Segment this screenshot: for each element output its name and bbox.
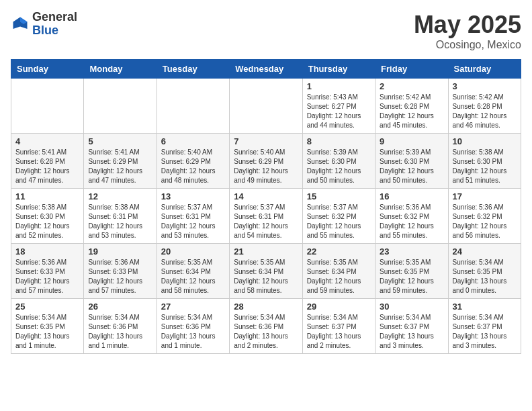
day-number: 4: [15, 136, 79, 146]
day-number: 26: [88, 302, 152, 312]
calendar-header: SundayMondayTuesdayWednesdayThursdayFrid…: [11, 60, 521, 79]
day-number: 20: [161, 246, 225, 257]
calendar-cell: 25Sunrise: 5:34 AM Sunset: 6:35 PM Dayli…: [11, 299, 84, 354]
day-info: Sunrise: 5:34 AM Sunset: 6:36 PM Dayligh…: [161, 313, 225, 351]
day-info: Sunrise: 5:42 AM Sunset: 6:28 PM Dayligh…: [453, 93, 517, 130]
day-info: Sunrise: 5:41 AM Sunset: 6:29 PM Dayligh…: [88, 148, 152, 185]
day-info: Sunrise: 5:34 AM Sunset: 6:35 PM Dayligh…: [453, 258, 517, 295]
calendar-table: SundayMondayTuesdayWednesdayThursdayFrid…: [11, 59, 521, 354]
day-number: 24: [453, 246, 517, 257]
calendar-cell: 15Sunrise: 5:37 AM Sunset: 6:32 PM Dayli…: [302, 189, 375, 244]
weekday-header-wednesday: Wednesday: [230, 60, 302, 79]
calendar-week-5: 25Sunrise: 5:34 AM Sunset: 6:35 PM Dayli…: [11, 299, 521, 354]
day-number: 1: [307, 81, 371, 91]
day-info: Sunrise: 5:39 AM Sunset: 6:30 PM Dayligh…: [307, 148, 371, 185]
day-number: 6: [161, 136, 225, 146]
logo-blue-text: Blue: [32, 24, 77, 38]
day-info: Sunrise: 5:34 AM Sunset: 6:36 PM Dayligh…: [88, 313, 152, 351]
calendar-cell: 2Sunrise: 5:42 AM Sunset: 6:28 PM Daylig…: [375, 79, 448, 134]
calendar-cell: 3Sunrise: 5:42 AM Sunset: 6:28 PM Daylig…: [448, 79, 521, 134]
calendar-cell: 8Sunrise: 5:39 AM Sunset: 6:30 PM Daylig…: [302, 134, 375, 189]
day-number: 12: [88, 191, 152, 201]
weekday-header-sunday: Sunday: [11, 60, 84, 79]
title-area: May 2025 Ocosingo, Mexico: [414, 11, 521, 51]
weekday-header-friday: Friday: [375, 60, 448, 79]
day-number: 7: [234, 136, 298, 146]
day-number: 30: [380, 302, 443, 312]
calendar-cell: 6Sunrise: 5:40 AM Sunset: 6:29 PM Daylig…: [157, 134, 229, 189]
day-number: 13: [161, 191, 225, 201]
weekday-row: SundayMondayTuesdayWednesdayThursdayFrid…: [11, 60, 521, 79]
day-number: 25: [15, 302, 79, 312]
day-number: 23: [380, 246, 443, 257]
day-info: Sunrise: 5:39 AM Sunset: 6:30 PM Dayligh…: [380, 148, 443, 185]
weekday-header-monday: Monday: [84, 60, 157, 79]
day-info: Sunrise: 5:38 AM Sunset: 6:30 PM Dayligh…: [15, 203, 79, 240]
day-info: Sunrise: 5:34 AM Sunset: 6:36 PM Dayligh…: [234, 313, 298, 351]
logo: General Blue: [11, 11, 77, 38]
day-number: 9: [380, 136, 443, 146]
day-number: 27: [161, 302, 225, 312]
calendar-cell: 11Sunrise: 5:38 AM Sunset: 6:30 PM Dayli…: [11, 189, 84, 244]
day-info: Sunrise: 5:35 AM Sunset: 6:35 PM Dayligh…: [380, 258, 443, 295]
calendar-cell: 24Sunrise: 5:34 AM Sunset: 6:35 PM Dayli…: [448, 244, 521, 299]
calendar-cell: 30Sunrise: 5:34 AM Sunset: 6:37 PM Dayli…: [375, 299, 448, 354]
weekday-header-tuesday: Tuesday: [157, 60, 229, 79]
day-number: 2: [380, 81, 443, 91]
calendar-cell: [84, 79, 157, 134]
day-number: 19: [88, 246, 152, 257]
calendar-body: 1Sunrise: 5:43 AM Sunset: 6:27 PM Daylig…: [11, 79, 521, 354]
calendar-cell: 20Sunrise: 5:35 AM Sunset: 6:34 PM Dayli…: [157, 244, 229, 299]
calendar-cell: 21Sunrise: 5:35 AM Sunset: 6:34 PM Dayli…: [230, 244, 302, 299]
calendar-week-1: 1Sunrise: 5:43 AM Sunset: 6:27 PM Daylig…: [11, 79, 521, 134]
logo-icon: [11, 15, 30, 34]
day-info: Sunrise: 5:36 AM Sunset: 6:32 PM Dayligh…: [453, 203, 517, 240]
day-number: 11: [15, 191, 79, 201]
calendar-cell: 19Sunrise: 5:36 AM Sunset: 6:33 PM Dayli…: [84, 244, 157, 299]
month-year-title: May 2025: [414, 11, 521, 39]
day-number: 29: [307, 302, 371, 312]
day-number: 10: [453, 136, 517, 146]
calendar-cell: 4Sunrise: 5:41 AM Sunset: 6:28 PM Daylig…: [11, 134, 84, 189]
calendar-cell: 7Sunrise: 5:40 AM Sunset: 6:29 PM Daylig…: [230, 134, 302, 189]
day-number: 21: [234, 246, 298, 257]
calendar-cell: 28Sunrise: 5:34 AM Sunset: 6:36 PM Dayli…: [230, 299, 302, 354]
calendar-cell: 9Sunrise: 5:39 AM Sunset: 6:30 PM Daylig…: [375, 134, 448, 189]
day-number: 18: [15, 246, 79, 257]
calendar-cell: 23Sunrise: 5:35 AM Sunset: 6:35 PM Dayli…: [375, 244, 448, 299]
day-info: Sunrise: 5:34 AM Sunset: 6:37 PM Dayligh…: [453, 313, 517, 351]
day-info: Sunrise: 5:37 AM Sunset: 6:32 PM Dayligh…: [307, 203, 371, 240]
calendar-cell: 18Sunrise: 5:36 AM Sunset: 6:33 PM Dayli…: [11, 244, 84, 299]
calendar-cell: 17Sunrise: 5:36 AM Sunset: 6:32 PM Dayli…: [448, 189, 521, 244]
day-number: 5: [88, 136, 152, 146]
day-info: Sunrise: 5:35 AM Sunset: 6:34 PM Dayligh…: [234, 258, 298, 295]
calendar-cell: 10Sunrise: 5:38 AM Sunset: 6:30 PM Dayli…: [448, 134, 521, 189]
day-info: Sunrise: 5:34 AM Sunset: 6:35 PM Dayligh…: [15, 313, 79, 351]
calendar-cell: 12Sunrise: 5:38 AM Sunset: 6:31 PM Dayli…: [84, 189, 157, 244]
day-number: 14: [234, 191, 298, 201]
day-info: Sunrise: 5:34 AM Sunset: 6:37 PM Dayligh…: [307, 313, 371, 351]
calendar-cell: 14Sunrise: 5:37 AM Sunset: 6:31 PM Dayli…: [230, 189, 302, 244]
location-subtitle: Ocosingo, Mexico: [414, 39, 521, 51]
day-info: Sunrise: 5:38 AM Sunset: 6:30 PM Dayligh…: [453, 148, 517, 185]
day-info: Sunrise: 5:40 AM Sunset: 6:29 PM Dayligh…: [161, 148, 225, 185]
day-number: 28: [234, 302, 298, 312]
day-number: 22: [307, 246, 371, 257]
calendar-cell: [230, 79, 302, 134]
day-info: Sunrise: 5:36 AM Sunset: 6:33 PM Dayligh…: [88, 258, 152, 295]
calendar-cell: 5Sunrise: 5:41 AM Sunset: 6:29 PM Daylig…: [84, 134, 157, 189]
day-info: Sunrise: 5:35 AM Sunset: 6:34 PM Dayligh…: [161, 258, 225, 295]
day-info: Sunrise: 5:36 AM Sunset: 6:33 PM Dayligh…: [15, 258, 79, 295]
day-info: Sunrise: 5:43 AM Sunset: 6:27 PM Dayligh…: [307, 93, 371, 130]
day-info: Sunrise: 5:40 AM Sunset: 6:29 PM Dayligh…: [234, 148, 298, 185]
logo-text: General Blue: [32, 11, 77, 38]
calendar-cell: 26Sunrise: 5:34 AM Sunset: 6:36 PM Dayli…: [84, 299, 157, 354]
day-number: 17: [453, 191, 517, 201]
day-number: 3: [453, 81, 517, 91]
calendar-cell: 22Sunrise: 5:35 AM Sunset: 6:34 PM Dayli…: [302, 244, 375, 299]
day-info: Sunrise: 5:35 AM Sunset: 6:34 PM Dayligh…: [307, 258, 371, 295]
day-number: 8: [307, 136, 371, 146]
day-number: 31: [453, 302, 517, 312]
calendar-week-4: 18Sunrise: 5:36 AM Sunset: 6:33 PM Dayli…: [11, 244, 521, 299]
day-info: Sunrise: 5:37 AM Sunset: 6:31 PM Dayligh…: [234, 203, 298, 240]
